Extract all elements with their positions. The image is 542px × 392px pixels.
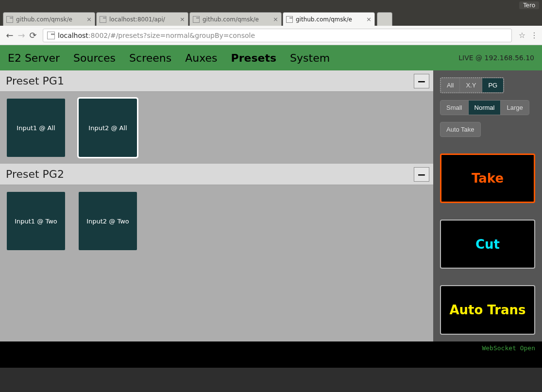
close-icon[interactable]: × bbox=[366, 16, 372, 23]
page-icon bbox=[6, 16, 13, 23]
page-icon bbox=[100, 16, 106, 23]
collapse-button[interactable]: − bbox=[414, 74, 429, 88]
reload-button[interactable]: ⟳ bbox=[27, 30, 39, 41]
nav-system[interactable]: System bbox=[290, 52, 330, 64]
nav-screens[interactable]: Screens bbox=[129, 52, 171, 64]
groupby-selector: All X.Y PG bbox=[440, 77, 504, 93]
page-icon bbox=[286, 16, 293, 23]
bookmark-button[interactable]: ☆ bbox=[516, 31, 528, 40]
brand: E2 Server bbox=[8, 52, 60, 64]
groupby-all[interactable]: All bbox=[441, 78, 460, 92]
browser-tab-strip: github.com/qmsk/e × localhost:8001/api/ … bbox=[0, 11, 542, 26]
size-normal[interactable]: Normal bbox=[469, 101, 501, 115]
address-bar[interactable]: localhost:8002/#/presets?size=normal&gro… bbox=[43, 29, 512, 42]
browser-tab-1[interactable]: localhost:8001/api/ × bbox=[96, 12, 188, 26]
preset-label: Input1 @ All bbox=[17, 124, 55, 132]
address-path: :8002/#/presets?size=normal&groupBy=cons… bbox=[88, 32, 255, 39]
preset-label: Input2 @ All bbox=[88, 124, 127, 132]
cut-button[interactable]: Cut bbox=[440, 220, 535, 269]
tab-label: localhost:8001/api/ bbox=[109, 16, 177, 23]
browser-tab-0[interactable]: github.com/qmsk/e × bbox=[3, 12, 95, 26]
preset-tile[interactable]: Input2 @ All bbox=[79, 99, 137, 157]
tab-label: github.com/qmsk/e bbox=[203, 16, 270, 23]
footer: WebSocket Open bbox=[0, 341, 542, 368]
nav-auxes[interactable]: Auxes bbox=[185, 52, 217, 64]
forward-button[interactable]: → bbox=[16, 30, 27, 41]
preset-label: Input2 @ Two bbox=[86, 218, 129, 225]
nav-presets[interactable]: Presets bbox=[231, 52, 277, 64]
live-status: LIVE @ 192.168.56.10 bbox=[458, 54, 534, 62]
os-user: Tero bbox=[519, 1, 539, 9]
groupby-xy[interactable]: X.Y bbox=[460, 78, 482, 92]
browser-menu-button[interactable]: ⋮ bbox=[528, 31, 538, 40]
nav-sources[interactable]: Sources bbox=[73, 52, 116, 64]
groupby-pg[interactable]: PG bbox=[482, 78, 503, 92]
tab-label: github.com/qmsk/e bbox=[296, 16, 363, 23]
size-large[interactable]: Large bbox=[501, 101, 528, 115]
app-navbar: E2 Server Sources Screens Auxes Presets … bbox=[0, 45, 542, 70]
take-button[interactable]: Take bbox=[440, 153, 535, 203]
tab-label: github.com/qmsk/e bbox=[16, 16, 84, 23]
size-small[interactable]: Small bbox=[440, 101, 469, 115]
group-header-pg2: Preset PG2 − bbox=[0, 164, 433, 185]
browser-tab-2[interactable]: github.com/qmsk/e × bbox=[189, 12, 282, 26]
group-title: Preset PG1 bbox=[6, 75, 64, 87]
websocket-status: WebSocket Open bbox=[482, 344, 535, 352]
browser-tab-3[interactable]: github.com/qmsk/e × bbox=[283, 12, 375, 26]
side-panel: All X.Y PG Small Normal Large Auto Take … bbox=[433, 70, 542, 341]
close-icon[interactable]: × bbox=[180, 16, 185, 23]
preset-main: Preset PG1 − Input1 @ All Input2 @ All P… bbox=[0, 70, 433, 341]
page-icon bbox=[193, 16, 200, 23]
page-icon bbox=[47, 32, 55, 39]
preset-tile[interactable]: Input1 @ Two bbox=[7, 192, 65, 250]
close-icon[interactable]: × bbox=[86, 16, 92, 23]
address-host: localhost bbox=[58, 32, 88, 39]
group-header-pg1: Preset PG1 − bbox=[0, 70, 433, 92]
collapse-button[interactable]: − bbox=[414, 167, 429, 182]
auto-take-toggle[interactable]: Auto Take bbox=[440, 122, 481, 137]
close-icon[interactable]: × bbox=[273, 16, 278, 23]
auto-trans-button[interactable]: Auto Trans bbox=[440, 285, 535, 335]
preset-tile[interactable]: Input1 @ All bbox=[7, 99, 65, 157]
group-title: Preset PG2 bbox=[6, 168, 64, 180]
browser-toolbar: ← → ⟳ localhost:8002/#/presets?size=norm… bbox=[0, 26, 542, 45]
size-selector: Small Normal Large bbox=[440, 100, 529, 115]
preset-label: Input1 @ Two bbox=[15, 218, 57, 225]
group-body-pg2: Input1 @ Two Input2 @ Two bbox=[0, 185, 433, 257]
preset-tile[interactable]: Input2 @ Two bbox=[79, 192, 137, 250]
new-tab-button[interactable] bbox=[377, 12, 392, 26]
back-button[interactable]: ← bbox=[4, 30, 16, 41]
group-body-pg1: Input1 @ All Input2 @ All bbox=[0, 92, 433, 164]
